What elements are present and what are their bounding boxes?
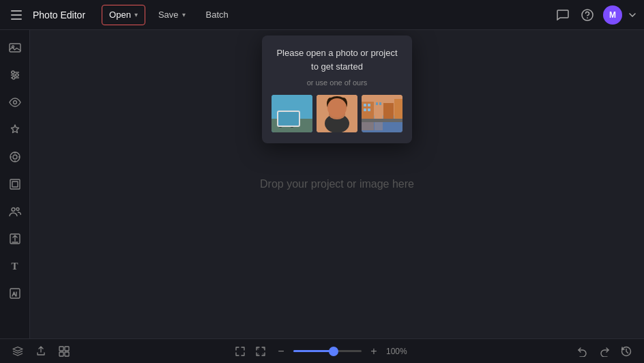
svg-rect-19 — [10, 179, 20, 189]
svg-rect-54 — [379, 102, 381, 105]
svg-rect-29 — [277, 114, 285, 121]
expand-button[interactable] — [252, 343, 269, 360]
avatar-dropdown-button[interactable] — [629, 13, 636, 17]
svg-point-12 — [13, 101, 16, 104]
svg-rect-57 — [375, 122, 383, 130]
sidebar-frame-icon[interactable] — [3, 172, 27, 197]
sidebar-adjustments-icon[interactable] — [3, 63, 27, 87]
save-button[interactable]: Save ▾ — [151, 5, 193, 25]
svg-rect-60 — [59, 352, 63, 356]
undo-button[interactable] — [573, 342, 592, 361]
svg-point-14 — [13, 155, 17, 159]
svg-rect-30 — [285, 114, 296, 121]
sidebar-watermark-icon[interactable] — [3, 281, 27, 306]
svg-rect-56 — [362, 122, 374, 130]
svg-point-9 — [12, 71, 14, 74]
svg-point-31 — [278, 124, 282, 128]
svg-rect-50 — [368, 104, 370, 106]
redo-button[interactable] — [595, 342, 614, 361]
svg-point-42 — [329, 108, 345, 119]
zoom-percent: 100% — [386, 347, 412, 356]
sidebar-effects-icon[interactable] — [3, 117, 27, 142]
layers-icon[interactable] — [8, 342, 27, 361]
svg-rect-20 — [12, 182, 18, 187]
fit-button[interactable] — [232, 343, 248, 360]
sample-images — [273, 95, 401, 132]
svg-point-33 — [284, 115, 287, 118]
svg-rect-47 — [383, 103, 394, 121]
chat-button[interactable] — [554, 6, 572, 23]
bottom-right — [573, 342, 636, 361]
svg-point-22 — [16, 208, 19, 211]
svg-point-11 — [12, 76, 15, 79]
svg-point-3 — [582, 10, 593, 20]
drop-zone-text: Drop your project or image here — [260, 178, 414, 190]
svg-point-32 — [290, 124, 294, 128]
avatar-button[interactable]: M — [603, 5, 622, 25]
sample-image-van[interactable] — [272, 95, 312, 132]
menu-button[interactable] — [8, 8, 25, 23]
svg-rect-26 — [272, 119, 312, 132]
dropdown-sub-text: or use one of ours — [273, 78, 401, 87]
zoom-controls: − + 100% — [232, 343, 412, 360]
header-right: M — [554, 5, 636, 25]
svg-point-10 — [16, 74, 18, 76]
open-button[interactable]: Open ▾ — [102, 5, 145, 25]
svg-point-37 — [327, 98, 334, 110]
sample-image-canal[interactable] — [362, 95, 402, 132]
sidebar-retouch-icon[interactable] — [3, 145, 27, 169]
sidebar-export-icon[interactable] — [3, 227, 27, 251]
help-button[interactable] — [579, 6, 596, 24]
zoom-out-button[interactable]: − — [273, 343, 289, 360]
svg-point-41 — [325, 114, 349, 132]
svg-point-39 — [334, 105, 336, 107]
sidebar-people-icon[interactable] — [3, 199, 27, 224]
sample-image-person[interactable] — [317, 95, 357, 132]
open-chevron-icon: ▾ — [134, 11, 138, 18]
history-button[interactable] — [617, 342, 636, 361]
grid-icon[interactable] — [55, 342, 74, 361]
app-title: Photo Editor — [33, 10, 85, 20]
sidebar: T — [0, 30, 30, 338]
svg-rect-53 — [376, 102, 378, 105]
svg-rect-49 — [364, 104, 366, 106]
svg-rect-59 — [65, 347, 69, 351]
canvas-area[interactable]: Please open a photo or project to get st… — [30, 30, 644, 338]
export-small-icon[interactable] — [31, 342, 50, 361]
zoom-slider[interactable] — [293, 350, 362, 352]
svg-rect-27 — [272, 95, 312, 119]
main-layout: T Please open a photo or project to get … — [0, 30, 644, 338]
svg-point-13 — [10, 152, 20, 162]
svg-rect-2 — [11, 18, 22, 20]
sidebar-preview-icon[interactable] — [3, 90, 27, 115]
svg-point-35 — [330, 98, 345, 113]
bottom-bar: − + 100% — [0, 338, 644, 363]
sidebar-text-icon[interactable]: T — [3, 254, 27, 278]
zoom-in-button[interactable]: + — [366, 343, 382, 360]
svg-rect-1 — [11, 14, 22, 16]
dropdown-main-text: Please open a photo or project to get st… — [273, 46, 401, 73]
bottom-left — [8, 342, 74, 361]
open-dropdown: Please open a photo or project to get st… — [262, 35, 412, 143]
svg-rect-61 — [65, 352, 69, 356]
svg-rect-0 — [11, 10, 22, 12]
svg-rect-52 — [368, 108, 370, 111]
svg-point-36 — [329, 96, 345, 106]
svg-rect-28 — [277, 114, 296, 125]
svg-point-38 — [340, 98, 347, 110]
svg-rect-51 — [364, 108, 366, 111]
svg-rect-46 — [375, 100, 383, 121]
save-chevron-icon: ▾ — [182, 11, 186, 18]
header: Photo Editor Open ▾ Save ▾ Batch M — [0, 0, 644, 30]
svg-rect-58 — [59, 347, 63, 351]
svg-rect-48 — [394, 99, 402, 121]
svg-rect-55 — [362, 119, 402, 122]
svg-point-40 — [339, 105, 341, 107]
sidebar-image-icon[interactable] — [3, 35, 27, 60]
batch-button[interactable]: Batch — [199, 5, 236, 25]
svg-point-21 — [12, 208, 15, 212]
